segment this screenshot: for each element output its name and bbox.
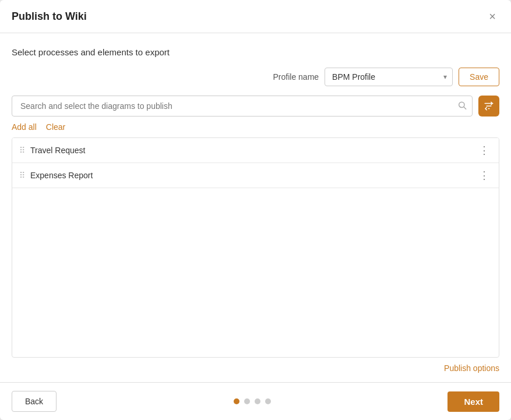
profile-row: Profile name BPM Profile Default Profile… [12,68,499,86]
close-button[interactable]: × [485,9,499,23]
profile-select-wrapper: BPM Profile Default Profile Custom Profi… [325,68,453,86]
item-menu-button[interactable]: ⋮ [477,170,492,181]
profile-name-select[interactable]: BPM Profile Default Profile Custom Profi… [325,68,453,86]
search-row [12,96,499,117]
drag-handle-icon[interactable]: ⠿ [19,171,24,180]
publish-options-row: Publish options [12,363,499,373]
dialog-title: Publish to Wiki [12,10,87,23]
item-name: Travel Request [30,146,477,155]
diagrams-list: ⠿ Travel Request ⋮ ⠿ Expenses Report ⋮ [12,137,499,358]
pagination-dot-3 [255,398,260,404]
empty-area [12,188,499,293]
pagination-dot-2 [244,398,250,404]
svg-line-1 [464,107,466,110]
add-all-button[interactable]: Add all [12,122,37,132]
item-name: Expenses Report [30,171,477,180]
dialog-footer: Back Next [0,382,511,420]
next-button[interactable]: Next [447,391,499,412]
publish-to-wiki-dialog: Publish to Wiki × Select processes and e… [0,0,511,420]
pagination-dots [234,398,271,404]
item-menu-button[interactable]: ⋮ [477,145,492,156]
profile-label: Profile name [273,72,319,82]
search-icon [457,101,467,112]
publish-options-link[interactable]: Publish options [444,363,499,373]
pagination-dot-1 [234,398,239,404]
search-input[interactable] [12,96,473,117]
back-button[interactable]: Back [12,391,57,412]
search-wrapper [12,96,473,117]
pagination-dot-4 [265,398,271,404]
section-label: Select processes and elements to export [12,47,499,57]
dialog-header: Publish to Wiki × [0,0,511,33]
clear-button[interactable]: Clear [46,122,65,132]
save-button[interactable]: Save [459,68,499,86]
sort-icon [484,101,494,111]
dialog-body: Select processes and elements to export … [0,33,511,382]
sort-button[interactable] [478,96,499,117]
actions-row: Add all Clear [12,122,499,132]
list-item: ⠿ Travel Request ⋮ [12,138,499,163]
list-item: ⠿ Expenses Report ⋮ [12,163,499,188]
drag-handle-icon[interactable]: ⠿ [19,146,24,155]
